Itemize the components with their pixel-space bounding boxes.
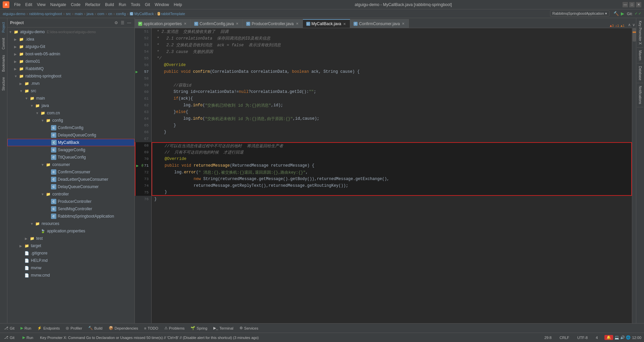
git-checkmark2[interactable]: ✓ <box>638 11 641 16</box>
scroll-up-button[interactable]: ∧ <box>627 22 632 28</box>
project-layout-button[interactable]: ☰ <box>120 20 125 26</box>
tree-item-idea[interactable]: ▶ 📁 .idea <box>7 36 135 43</box>
tab-close-button[interactable]: ✕ <box>401 22 405 25</box>
bottom-tab-dependencies[interactable]: 📦 Dependencies <box>106 325 141 331</box>
tree-item-src[interactable]: ▼ 📁 src <box>7 87 135 95</box>
menu-view[interactable]: View <box>35 2 48 8</box>
tree-item-delayconsumer[interactable]: C DelayQueueConsumer <box>7 183 135 190</box>
menu-navigate[interactable]: Navigate <box>48 2 68 8</box>
tab-close-button[interactable]: ✕ <box>235 22 239 25</box>
scrollbar-thumb[interactable] <box>633 28 636 42</box>
menu-git[interactable]: Git <box>143 2 152 8</box>
menu-run[interactable]: Run <box>117 2 128 8</box>
project-collapse-button[interactable]: — <box>126 20 132 26</box>
panel-tab-project[interactable]: Project <box>1 19 6 35</box>
scroll-track[interactable] <box>632 28 636 323</box>
status-indent[interactable]: 4 <box>594 335 599 340</box>
tree-item-mvnw[interactable]: 📄 mvnw <box>7 264 135 272</box>
status-line-ending[interactable]: CRLF <box>558 335 571 340</box>
tree-item-sendmsg[interactable]: C SendMsgController <box>7 205 135 213</box>
tab-close-button[interactable]: ✕ <box>183 22 187 25</box>
minimize-button[interactable]: — <box>623 2 628 7</box>
editor-content[interactable]: * 2.发消息 交换机接收失败了 回调 * 2.1 correlationDat… <box>152 28 632 323</box>
panel-tab-bookmarks[interactable]: Bookmarks <box>1 52 6 74</box>
right-panel-database[interactable]: Database <box>637 63 643 83</box>
tree-item-springbootapp[interactable]: C RabbitmqSpringbootApplication <box>7 213 135 220</box>
tree-item-boot-web[interactable]: ▶ 📁 boot-web-05-admin <box>7 50 135 58</box>
bottom-tab-run[interactable]: ▶ Run <box>18 325 34 331</box>
tree-item-atguigu-git[interactable]: ▶ 📁 atguigu-Git <box>7 43 135 50</box>
tree-item-comcn[interactable]: ▼ 📁 com.cn <box>7 109 135 117</box>
tree-item-ttlqueueconfig[interactable]: C TtlQueueConfig <box>7 154 135 161</box>
bottom-tab-build[interactable]: 🔨 Build <box>86 325 105 331</box>
tree-item-rabbitmq[interactable]: ▶ 📁 RabbitMQ <box>7 65 135 72</box>
panel-tab-commit[interactable]: Commit <box>1 35 6 52</box>
tree-item-test[interactable]: ▶ 📁 test <box>7 235 135 242</box>
bottom-tab-todo[interactable]: ≡ TODO <box>142 325 161 331</box>
breadcrumb-class[interactable]: C MyCallBack <box>130 12 154 16</box>
bottom-tab-services[interactable]: ⚙ Services <box>237 325 261 331</box>
run-button[interactable]: ▶ <box>621 11 624 16</box>
panel-tab-structure[interactable]: Structure <box>1 74 6 94</box>
notification-badge[interactable]: 🔔 <box>604 335 613 340</box>
tree-item-config[interactable]: ▼ 📁 config <box>7 117 135 124</box>
status-encoding[interactable]: UTF-8 <box>576 335 589 340</box>
method-run-icon2[interactable]: ▶ <box>136 163 139 168</box>
close-button[interactable]: ✕ <box>636 2 641 7</box>
tree-item-producercontroller[interactable]: C ProducerController <box>7 198 135 205</box>
menu-code[interactable]: Code <box>69 2 83 8</box>
tab-mycallback[interactable]: C MyCallBack.java ✕ <box>303 19 351 28</box>
tree-item-deadletterconsumer[interactable]: C DeadLetterQueueConsumer <box>7 176 135 183</box>
right-panel-notifications[interactable]: Notifications <box>637 83 643 107</box>
tree-item-delayedqueueconfig[interactable]: C DelayedQueueConfig <box>7 131 135 139</box>
tree-item-swaggerconfig[interactable]: C SwaggerConfig <box>7 146 135 154</box>
bottom-tab-endpoints[interactable]: ⚡ Endpoints <box>35 325 62 331</box>
menu-edit[interactable]: Edit <box>23 2 34 8</box>
method-run-icon[interactable]: ▶ <box>136 69 138 74</box>
tab-confirmconfig[interactable]: C ConfirmConfig.java ✕ <box>191 19 243 28</box>
maximize-button[interactable]: □ <box>629 2 635 7</box>
build-button[interactable]: 🔨 <box>613 11 619 16</box>
bottom-tab-spring[interactable]: 🌱 Spring <box>188 325 210 331</box>
tab-confirmconsumer[interactable]: C ConfirmConsumer.java ✕ <box>350 19 409 28</box>
breadcrumb-method[interactable]: f rabbitTemplate <box>158 12 185 16</box>
status-run[interactable]: ▶ Run <box>21 335 35 340</box>
run-config-dropdown[interactable]: RabbitmqSpringbootApplication ▾ <box>550 10 609 16</box>
bottom-tab-git[interactable]: ⎇ Git <box>1 325 17 331</box>
git-checkmark1[interactable]: ✓ <box>635 11 638 16</box>
breadcrumb-main[interactable]: main <box>75 12 83 16</box>
tab-close-button[interactable]: ✕ <box>295 22 299 25</box>
tree-item-confirmconsumer[interactable]: C ConfirmConsumer <box>7 168 135 176</box>
right-panel-keypromoter[interactable]: Key Promoter X <box>637 18 643 48</box>
menu-file[interactable]: File <box>12 2 22 8</box>
tree-item-appprops[interactable]: 🍃 application.properties <box>7 227 135 235</box>
right-panel-maven[interactable]: Maven <box>637 48 643 63</box>
tree-item-controller[interactable]: ▼ 📁 controller <box>7 190 135 198</box>
project-settings-button[interactable]: ⚙ <box>114 20 119 26</box>
breadcrumb-src[interactable]: src <box>66 12 71 16</box>
menu-help[interactable]: Help <box>172 2 184 8</box>
status-git[interactable]: ⎇ Git <box>3 335 16 340</box>
tab-application-properties[interactable]: P application.properties ✕ <box>135 19 191 28</box>
status-position[interactable]: 29:8 <box>543 335 553 340</box>
tree-item-target[interactable]: ▶ 📁 target <box>7 242 135 249</box>
tree-item-mvnwcmd[interactable]: 📄 mvnw.cmd <box>7 272 135 279</box>
tree-item-confirmconfig[interactable]: C ConfirmConfig <box>7 124 135 131</box>
tree-item-mvn[interactable]: ▶ 📁 .mvn <box>7 80 135 87</box>
tab-close-button[interactable]: ✕ <box>342 22 346 26</box>
tree-item-gitignore[interactable]: 📄 .gitignore <box>7 249 135 257</box>
tree-item-main[interactable]: ▼ 📁 main <box>7 95 135 102</box>
breadcrumb-module[interactable]: rabbitmq-springboot <box>29 12 62 16</box>
tab-producercontroller[interactable]: C ProducerController.java ✕ <box>243 19 303 28</box>
tree-item-demo01[interactable]: ▶ 📁 demo01 <box>7 58 135 65</box>
breadcrumb-project[interactable]: atguigu-demo <box>3 12 25 16</box>
tree-item-atguigu-demo[interactable]: ▼ 📁 atguigu-demo E:\idea-workspace\atgui… <box>7 28 135 36</box>
menu-tools[interactable]: Tools <box>129 2 142 8</box>
breadcrumb-config[interactable]: config <box>116 12 126 16</box>
tree-item-consumer[interactable]: ▼ 📁 consumer <box>7 161 135 168</box>
bottom-tab-profiler[interactable]: ◎ Profiler <box>63 325 85 331</box>
menu-build[interactable]: Build <box>103 2 116 8</box>
breadcrumb-java[interactable]: java <box>87 12 93 16</box>
tree-item-helpmd[interactable]: 📄 HELP.md <box>7 257 135 264</box>
bottom-tab-terminal[interactable]: ▶_ Terminal <box>211 325 236 331</box>
